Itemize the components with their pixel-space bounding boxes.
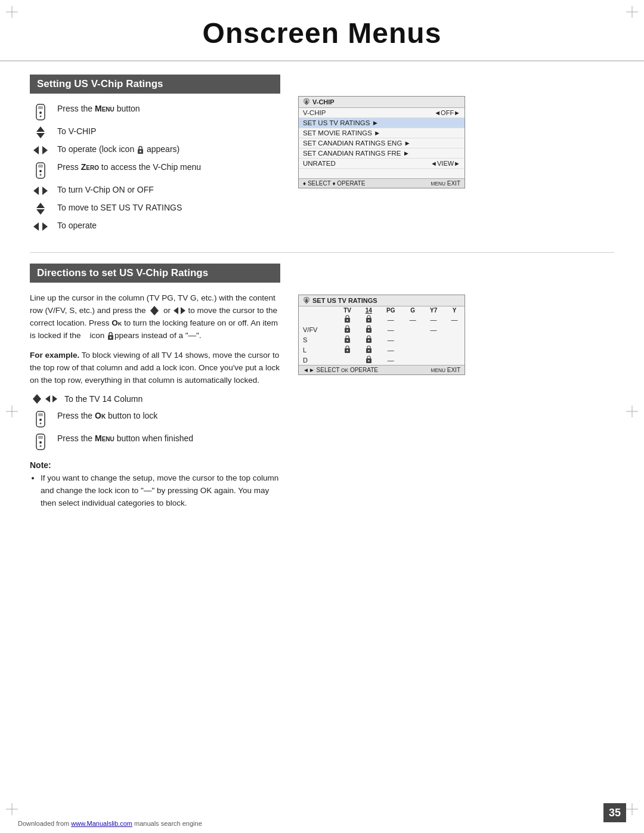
svg-point-49 [346, 330, 348, 331]
svg-point-7 [40, 116, 42, 117]
section1: Setting US V-Chip Ratings Press the Menu… [30, 75, 614, 238]
note-heading: Note: [30, 460, 280, 470]
leftright-icon-2 [30, 184, 51, 197]
svg-marker-19 [42, 187, 48, 195]
svg-point-41 [39, 441, 42, 444]
svg-marker-23 [42, 222, 48, 231]
vchip-menu-box: V-CHIP V-CHIP ◄OFF► SET US TV RATINGS ► … [298, 96, 465, 188]
svg-point-61 [368, 360, 369, 361]
instr-row-2: To V-CHIP [30, 126, 280, 139]
svg-point-13 [140, 151, 141, 153]
ratings-row-s: S — [299, 335, 465, 345]
ratings-row-vfv: V/FV — — [299, 324, 465, 335]
instr2-text-2: Press the Ok button to lock [57, 410, 157, 422]
instr-row-3: To operate (lock icon appears) [30, 144, 280, 157]
vchip-row-us-tv: SET US TV RATINGS ► [299, 118, 465, 128]
ratings-table: TV 14 PG G Y7 Y [299, 306, 465, 365]
crosshair-mid-left [6, 405, 18, 417]
vchip-row-cdn-eng: SET CANADIAN RATINGS ENG ► [299, 138, 465, 148]
svg-rect-5 [38, 106, 43, 109]
svg-rect-40 [38, 436, 43, 439]
svg-marker-20 [36, 203, 45, 208]
svg-point-30 [110, 337, 112, 339]
svg-point-51 [368, 330, 369, 331]
svg-marker-26 [150, 311, 159, 315]
svg-point-55 [368, 340, 369, 341]
svg-rect-36 [38, 413, 43, 416]
svg-point-6 [39, 112, 42, 114]
instr-text-2: To V-CHIP [57, 126, 96, 138]
instr2-text-1: To the TV 14 Column [64, 394, 143, 405]
instr2-text-3: Press the Menu button when finished [57, 433, 193, 445]
page-header: Onscreen Menus [0, 0, 644, 61]
vchip-row-cdn-fre: SET CANADIAN RATINGS FRE ► [299, 148, 465, 159]
svg-point-17 [40, 174, 42, 176]
vchip-row-vchip: V-CHIP ◄OFF► [299, 108, 465, 118]
instr-text-4: Press Zero to access the V-Chip menu [57, 162, 201, 174]
divider-1 [30, 252, 614, 253]
svg-marker-11 [42, 146, 48, 154]
vchip-row-unrated: UNRATED ◄VIEW► [299, 159, 465, 169]
svg-marker-22 [33, 222, 39, 231]
svg-marker-8 [36, 126, 45, 132]
updown-icon-2 [30, 202, 51, 215]
section1-left: Setting US V-Chip Ratings Press the Menu… [30, 75, 280, 238]
note-list: If you want to change the setup, move th… [30, 472, 280, 510]
ratings-menu-title: SET US TV RATINGS [312, 297, 377, 304]
svg-marker-25 [150, 306, 159, 311]
svg-point-59 [368, 350, 369, 351]
instr2-row-1: To the TV 14 Column [30, 394, 280, 405]
leftright-icon-1 [30, 144, 51, 157]
ratings-row-l: L — [299, 345, 465, 355]
svg-marker-32 [33, 399, 41, 404]
instr-text-6: To move to SET US TV RATINGS [57, 202, 182, 214]
corner-crosshair-br [626, 803, 638, 815]
svg-marker-27 [174, 307, 178, 314]
corner-crosshair-tr [626, 6, 638, 18]
instr-row-5: To turn V-Chip ON or OFF [30, 184, 280, 197]
main-content: Setting US V-Chip Ratings Press the Menu… [0, 61, 644, 562]
footer-link[interactable]: www.Manualslib.com [71, 820, 132, 827]
remote-icon-1 [30, 103, 51, 121]
page-title: Onscreen Menus [203, 17, 442, 49]
svg-marker-18 [33, 187, 39, 195]
remote-icon-4 [30, 433, 51, 451]
remote-icon-3 [30, 410, 51, 428]
section2-row: Line up the cursor in the column (TV PG,… [30, 292, 614, 512]
svg-marker-31 [33, 394, 41, 399]
ratings-menu-footer: ◄► SELECT OK OPERATE MENU EXIT [299, 365, 465, 374]
section2: Directions to set US V-Chip Ratings Line… [30, 264, 614, 512]
ratings-row-0: — — — — [299, 314, 465, 324]
page-number: 35 [603, 803, 626, 822]
corner-crosshair-tl [6, 6, 18, 18]
remote-icon-2 [30, 162, 51, 179]
svg-point-47 [368, 320, 369, 321]
section2-para2: For example. To block viewing of all TV … [30, 349, 280, 387]
instr2-row-3: Press the Menu button when finished [30, 433, 280, 451]
instr-row-6: To move to SET US TV RATINGS [30, 202, 280, 215]
instr-text-3: To operate (lock icon appears) [57, 144, 179, 156]
vchip-menu-footer: ♦ SELECT ♦ OPERATE MENU EXIT [299, 178, 465, 188]
ratings-menu-box: SET US TV RATINGS TV 14 PG G Y7 [298, 295, 465, 375]
note-item-1: If you want to change the setup, move th… [41, 472, 280, 510]
svg-marker-21 [36, 209, 45, 215]
instr-text-5: To turn V-Chip ON or OFF [57, 184, 154, 196]
instr-row-1: Press the Menu button [30, 103, 280, 121]
section2-para1: Line up the cursor in the column (TV PG,… [30, 292, 280, 342]
svg-marker-28 [181, 307, 185, 314]
instr-row-4: Press Zero to access the V-Chip menu [30, 162, 280, 179]
instr-text-1: Press the Menu button [57, 103, 140, 115]
svg-point-38 [40, 423, 42, 425]
svg-point-37 [39, 419, 42, 421]
svg-point-42 [40, 445, 42, 447]
svg-point-53 [346, 340, 348, 341]
note-section: Note: If you want to change the setup, m… [30, 460, 280, 510]
instr-row-7: To operate [30, 220, 280, 233]
svg-rect-24 [305, 101, 308, 104]
updown-leftright-icon [30, 394, 58, 404]
leftright-icon-3 [30, 220, 51, 233]
svg-marker-34 [52, 395, 57, 402]
ratings-menu-header: SET US TV RATINGS [299, 295, 465, 306]
crosshair-mid-right [626, 405, 638, 417]
section1-right: V-CHIP V-CHIP ◄OFF► SET US TV RATINGS ► … [298, 75, 614, 238]
